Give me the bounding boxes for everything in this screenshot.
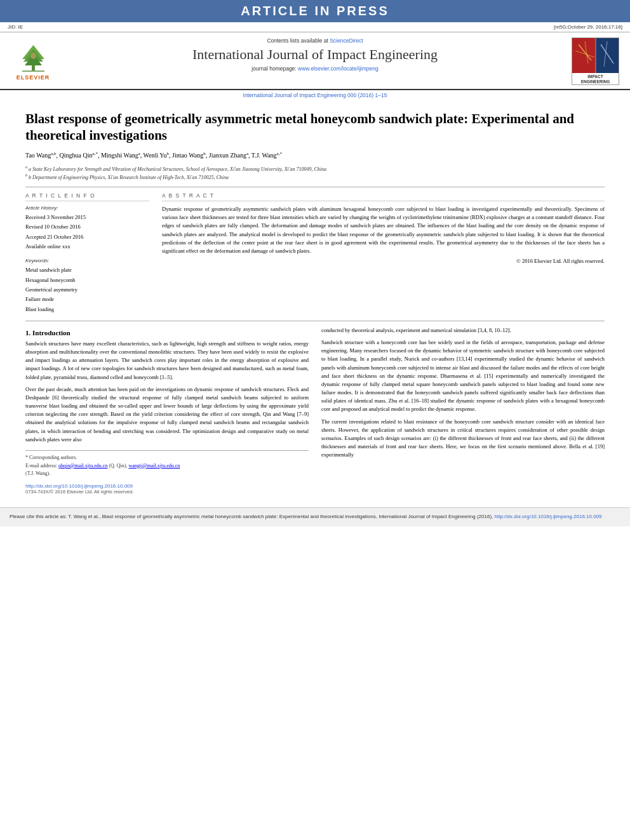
impact-eng-logo-graphic: [572, 38, 619, 73]
divider-2: [25, 321, 605, 321]
issn-footer: 0734-743X/© 2016 Elsevier Ltd. All right…: [25, 489, 309, 495]
keyword-1: Metal sandwich plate: [25, 265, 149, 275]
received-date: Received 3 November 2015: [25, 213, 149, 222]
svg-rect-8: [596, 38, 619, 73]
doi-footer: http://dx.doi.org/10.1016/j.ijimpeng.201…: [25, 483, 309, 489]
contents-line: Contents lists available at ScienceDirec…: [65, 37, 565, 44]
svg-point-4: [30, 53, 36, 59]
journal-cover-svg: [572, 38, 619, 73]
keyword-5: Blast loading: [25, 305, 149, 314]
banner-text: ARTICLE IN PRESS: [241, 4, 389, 18]
email-qin-link[interactable]: qhqin@mail.xjtu.edu.cn: [58, 463, 107, 469]
keyword-3: Geometrical asymmetry: [25, 285, 149, 295]
journal-title-area: Contents lists available at ScienceDirec…: [58, 37, 572, 72]
article-info-col: A R T I C L E I N F O Article History: R…: [25, 192, 149, 314]
abstract-text: Dynamic response of geometrically asymme…: [162, 205, 605, 255]
keyword-2: Hexagonal honeycomb: [25, 276, 149, 285]
footnote-wang: (T.J. Wang).: [25, 470, 309, 478]
top-meta-bar: JID: IE [m5G;October 29, 2016;17:16]: [0, 22, 630, 32]
intro-body-section: 1. Introduction Sandwich structures have…: [25, 326, 605, 495]
journal-title-text: International Journal of Impact Engineer…: [65, 46, 565, 63]
main-content: Blast response of geometrically asymmetr…: [0, 100, 630, 500]
article-info-heading: A R T I C L E I N F O: [25, 192, 149, 201]
affiliations: a a State Key Laboratory for Strength an…: [25, 164, 605, 182]
copyright-line: © 2016 Elsevier Ltd. All rights reserved…: [162, 258, 605, 264]
email-wang-link[interactable]: wangtj@mail.xjtu.edu.cn: [128, 463, 180, 469]
abstract-col: A B S T R A C T Dynamic response of geom…: [162, 192, 605, 314]
info-abstract-section: A R T I C L E I N F O Article History: R…: [25, 192, 605, 314]
article-title: Blast response of geometrically asymmetr…: [25, 110, 605, 144]
journal-homepage: journal homepage: www.elsevier.com/locat…: [65, 65, 565, 72]
keywords-label: Keywords:: [25, 258, 149, 263]
doi-link[interactable]: http://dx.doi.org/10.1016/j.ijimpeng.201…: [25, 483, 133, 489]
sciencedirect-link[interactable]: ScienceDirect: [330, 37, 363, 44]
keyword-4: Failure mode: [25, 295, 149, 304]
intro-right-para-1: conducted by theoretical analysis, exper…: [321, 326, 605, 335]
footnote: * Corresponding authors. E-mail address:…: [25, 450, 309, 478]
date-stamp: [m5G;October 29, 2016;17:16]: [554, 24, 622, 30]
keywords-list: Metal sandwich plate Hexagonal honeycomb…: [25, 265, 149, 314]
citation-doi-link[interactable]: http://dx.doi.org/10.1016/j.ijimpeng.201…: [495, 514, 602, 519]
intro-para-1: Sandwich structures have many excellent …: [25, 340, 309, 382]
journal-doi-link[interactable]: International Journal of Impact Engineer…: [243, 92, 387, 98]
citation-box: Please cite this article as: T. Wang et …: [0, 507, 630, 526]
journal-id: JID: IE: [8, 24, 23, 30]
available-date: Available online xxx: [25, 242, 149, 251]
citation-text: Please cite this article as: T. Wang et …: [10, 514, 493, 519]
accepted-date: Accepted 21 October 2016: [25, 232, 149, 242]
intro-left-col: 1. Introduction Sandwich structures have…: [25, 326, 309, 495]
history-label: Article History:: [25, 205, 149, 211]
article-dates: Received 3 November 2015 Revised 10 Octo…: [25, 213, 149, 251]
doi-line: International Journal of Impact Engineer…: [0, 90, 630, 100]
elsevier-tree-icon: [16, 40, 51, 73]
authors-line: Tao Wanga,b, Qinghua Qina,*, Mingshi Wan…: [25, 150, 605, 161]
svg-rect-7: [572, 38, 596, 73]
revised-date: Revised 10 October 2016: [25, 222, 149, 232]
footnote-star: * Corresponding authors.: [25, 454, 309, 462]
footnote-emails: E-mail address: qhqin@mail.xjtu.edu.cn (…: [25, 462, 309, 470]
intro-right-para-3: The current investigations related to bl…: [321, 418, 605, 460]
impact-eng-logo-box: IMPACTENGINEERING: [572, 37, 619, 85]
impact-eng-logo-text: IMPACTENGINEERING: [572, 73, 619, 85]
article-in-press-banner: ARTICLE IN PRESS: [0, 0, 630, 22]
elsevier-logo: ELSEVIER: [8, 37, 58, 81]
journal-header: ELSEVIER Contents lists available at Sci…: [0, 32, 630, 90]
impact-engineering-logo: IMPACTENGINEERING: [572, 37, 622, 85]
abstract-heading: A B S T R A C T: [162, 192, 605, 201]
intro-section-title: 1. Introduction: [25, 329, 309, 337]
intro-right-para-2: Sandwich structure with a honeycomb core…: [321, 338, 605, 414]
intro-right-col: conducted by theoretical analysis, exper…: [321, 326, 605, 495]
divider: [25, 187, 605, 187]
homepage-link[interactable]: www.elsevier.com/locate/ijimpeng: [298, 65, 379, 72]
elsevier-label: ELSEVIER: [17, 74, 50, 81]
intro-para-2: Over the past decade, much attention has…: [25, 385, 309, 444]
